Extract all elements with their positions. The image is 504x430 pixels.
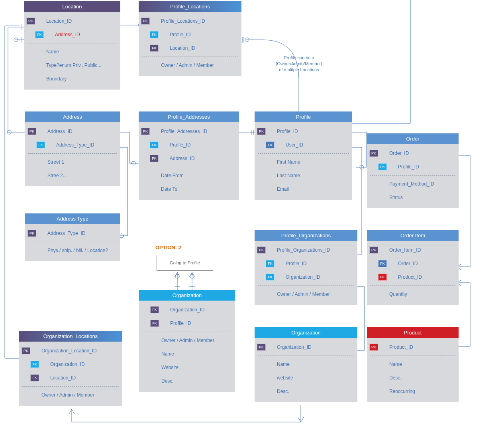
pk-badge: PK	[257, 246, 266, 254]
key-cell: FK	[369, 163, 398, 170]
field-label: Reoccurring	[389, 389, 455, 394]
entity-rows: PKOrder_Item_IDFKOrder_IDFKProduct_IDQua…	[367, 241, 459, 305]
entity-organization: Organization PKOrganization_IDNamewebsit…	[255, 327, 357, 402]
fk-badge: FK	[30, 374, 39, 381]
entity-field-row: FKProfile_ID	[367, 160, 459, 174]
entity-rows: FKOrganization_IDFKProfile_IDOwner / Adm…	[139, 301, 235, 392]
fk-badge: FK	[150, 155, 159, 162]
pk-badge: PK	[141, 128, 150, 135]
fk-badge: FK	[266, 141, 275, 149]
field-label: Address_ID	[55, 32, 117, 37]
fk-badge: FK	[150, 306, 159, 313]
field-label: Desc.	[389, 375, 455, 381]
fk-badge: FK	[266, 274, 275, 281]
pk-badge: PK	[257, 128, 266, 135]
key-cell: PK	[141, 128, 161, 135]
entity-rows: PKProfile_Organizations_IDFKProfile_IDFK…	[255, 241, 357, 305]
field-label: Profile_ID	[170, 142, 236, 148]
field-label: Date To	[161, 186, 236, 192]
pk-badge: PK	[26, 18, 35, 25]
fk-badge: FK	[30, 361, 39, 368]
entity-rows: PKAddress_Type_IDPhys./ ship. / bill. / …	[25, 224, 120, 261]
key-cell: PK	[257, 128, 277, 135]
field-label: Email	[277, 186, 349, 192]
field-divider	[258, 153, 349, 154]
field-divider	[142, 57, 238, 57]
field-label: User_ID	[286, 142, 349, 148]
entity-field-row: Name	[367, 358, 459, 371]
fk-badge: FK	[150, 45, 159, 52]
entity-field-row: First Name	[255, 155, 352, 169]
key-cell: FK	[27, 141, 56, 149]
fk-badge: FK	[378, 260, 387, 267]
going-to-profile-box: Going to Profile	[157, 255, 213, 271]
entity-field-row: Payment_Method_ID	[367, 177, 459, 191]
key-cell: FK	[369, 260, 398, 267]
entity-field-row: FKProduct_ID	[367, 270, 459, 284]
pk-badge: PK	[27, 230, 36, 237]
entity-order: Order PKOrder_IDFKProfile_IDPayment_Meth…	[367, 133, 459, 208]
field-label: Phys./ ship. / bill. / Location?	[47, 248, 117, 253]
field-divider	[370, 356, 455, 356]
key-cell: FK	[22, 361, 50, 368]
entity-field-row: Last Name	[255, 169, 352, 182]
pk-badge: PK	[141, 18, 150, 25]
fk-badge: FK	[378, 163, 387, 170]
field-divider	[370, 285, 455, 286]
field-label: Payment_Method_ID	[389, 181, 455, 187]
key-cell: PK	[369, 150, 389, 157]
entity-field-row: PKProfile_Organizations_ID	[255, 243, 357, 257]
field-label: Product_ID	[398, 274, 455, 280]
entity-organization-opt2: Organization FKOrganization_IDFKProfile_…	[139, 290, 235, 392]
entity-field-row: Type?enum:Priv., Public...	[24, 59, 120, 72]
field-label: Boundary	[46, 76, 117, 82]
entity-field-row: PKAddress_Type_ID	[25, 227, 120, 240]
key-cell: FK	[141, 306, 170, 313]
entity-field-row: Desc.	[139, 374, 235, 388]
field-label: Date From	[161, 173, 236, 178]
field-label: Desc.	[277, 389, 354, 394]
key-cell: PK	[257, 246, 277, 254]
entity-organization-locations: Organization_Locations PKOrganization_Lo…	[19, 331, 122, 406]
field-label: Order_ID	[389, 150, 455, 156]
key-cell: FK	[369, 274, 398, 281]
entity-title: Address Type	[25, 213, 120, 224]
field-label: Organization_ID	[50, 362, 119, 367]
field-label: Desc.	[161, 378, 232, 384]
entity-title: Organization	[255, 327, 357, 338]
field-label: Name	[161, 351, 232, 357]
entity-title: Profile	[255, 111, 352, 122]
field-label: Profile_ID	[398, 164, 455, 170]
entity-profile-locations: Profile_Locations PKProfile_Locations_ID…	[139, 1, 241, 76]
entity-field-row: PKOrder_Item_ID	[367, 243, 459, 257]
key-cell: FK	[141, 155, 170, 162]
option-2-label: OPTION: 2	[155, 244, 181, 250]
profile-note: Profile can be a [Owner/Admin/Member] of…	[266, 55, 332, 73]
fk-badge: FK	[150, 141, 159, 149]
entity-field-row: website	[255, 371, 357, 385]
entity-field-row: Date To	[139, 182, 239, 196]
field-label: Address_Type_ID	[56, 142, 117, 148]
fk-badge: FK	[266, 260, 275, 267]
entity-field-row: FKAddress_ID	[24, 28, 120, 41]
field-divider	[22, 386, 119, 387]
entity-rows: PKLocation_IDFKAddress_IDNameType?enum:P…	[24, 12, 120, 90]
entity-rows: PKProfile_Locations_IDFKProfile_IDFKLoca…	[139, 12, 241, 76]
entity-field-row: Name	[255, 358, 357, 371]
entity-rows: PKOrganization_IDNamewebsiteDesc.	[255, 338, 357, 402]
entity-order-item: Order Item PKOrder_Item_IDFKOrder_IDFKPr…	[367, 230, 459, 305]
entity-rows: PKProfile_IDFKUser_IDFirst NameLast Name…	[255, 122, 352, 200]
entity-field-row: FKOrder_ID	[367, 257, 459, 270]
entity-field-row: Phys./ ship. / bill. / Location?	[25, 244, 120, 257]
entity-field-row: Reoccurring	[367, 385, 459, 398]
field-label: Product_ID	[389, 344, 455, 350]
field-divider	[27, 43, 117, 43]
entity-field-row: Status	[367, 191, 459, 204]
entity-field-row: Desc.	[255, 385, 357, 398]
field-label: Website	[161, 365, 232, 370]
field-label: Owner / Admin / Member	[161, 338, 232, 343]
entity-location: Location PKLocation_IDFKAddress_IDNameTy…	[24, 1, 120, 90]
field-label: Profile_Organizations_ID	[277, 247, 354, 253]
key-cell: FK	[257, 274, 286, 281]
field-label: Type?enum:Priv., Public...	[46, 63, 117, 68]
